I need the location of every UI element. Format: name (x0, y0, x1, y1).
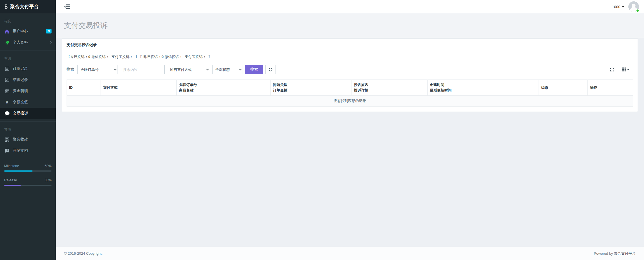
stats-segment: 【今日投诉： (67, 55, 88, 59)
sidebar-item-settlement-records[interactable]: 结算记录 (0, 74, 56, 85)
powered-by-prefix: Powered by (594, 251, 614, 256)
search-button[interactable]: 搜索 (245, 65, 263, 74)
outdent-icon (64, 4, 70, 9)
nav-section-label: 查询 (0, 51, 56, 63)
col-actions: 操作 (588, 80, 633, 96)
sidebar-item-label: 个人资料 (13, 40, 28, 45)
sidebar-item-aggregate-collection[interactable]: 聚合收款 (0, 134, 56, 145)
sidebar-item-label: 交易投诉 (13, 111, 28, 116)
col-order-no-product: 关联订单号商品名称 (177, 80, 270, 96)
progress-value: 35% (45, 178, 52, 182)
page-title: 支付交易投诉 (64, 21, 636, 30)
progress-track (4, 185, 52, 186)
search-toolbar: 搜索 关联订单号 所有支付方式 全部状态 搜索 (62, 61, 638, 78)
leaf-icon (4, 40, 10, 45)
comment-icon (4, 111, 10, 115)
stats-segment: 微信投诉： 支付宝投诉： 〗 (164, 55, 212, 59)
progress-track (4, 170, 52, 172)
col-id: ID (67, 80, 101, 96)
empty-row: 没有找到匹配的记录 (67, 96, 633, 107)
sidebar-progress-section: Milestone 60% Release 35% (0, 156, 56, 186)
columns-button[interactable] (618, 65, 633, 74)
col-complaint-reason-detail: 投诉原因投诉详情 (352, 80, 427, 96)
powered-by-text: Powered by 聚合支付平台 (594, 251, 636, 256)
chevron-right-icon (49, 41, 52, 44)
online-status-dot (636, 9, 639, 12)
nav-section-label: 其他 (0, 122, 56, 134)
col-status: 状态 (538, 80, 588, 96)
progress-value: 60% (45, 164, 52, 168)
topbar: 1000 (56, 0, 644, 13)
table-header-row: ID 支付方式 关联订单号商品名称 问题类型订单金额 投诉原因投诉详情 创建时间… (67, 80, 633, 96)
complaints-table: ID 支付方式 关联订单号商品名称 问题类型订单金额 投诉原因投诉详情 创建时间… (67, 80, 633, 107)
app-title: 聚合支付平台 (10, 4, 39, 10)
qrcode-icon (4, 138, 10, 142)
refresh-button[interactable] (265, 65, 275, 74)
caret-down-icon (627, 69, 629, 70)
sidebar-item-order-records[interactable]: 订单记录 (0, 63, 56, 74)
nav-section-label: 导航 (0, 13, 56, 26)
refresh-icon (269, 68, 273, 72)
search-input[interactable] (120, 65, 165, 74)
sidebar-item-transaction-complaints[interactable]: 交易投诉 (0, 108, 56, 119)
table-tools-group (606, 65, 633, 74)
content-area: 支付交易投诉记录 【今日投诉：0 微信投诉： 支付宝投诉： 】 〖昨日投诉：0 … (56, 38, 644, 247)
expand-icon (610, 68, 614, 72)
check-square-icon (4, 78, 10, 82)
sidebar-item-label: 订单记录 (13, 66, 28, 71)
sidebar-item-balance-recharge[interactable]: ¥ 余额充值 (0, 97, 56, 108)
bitcoin-icon (4, 4, 8, 9)
user-menu[interactable]: 1000 (612, 5, 624, 9)
stats-segment: 微信投诉： 支付宝投诉： 】 〖昨日投诉： (90, 55, 162, 59)
progress-label: Release (4, 178, 17, 182)
col-issue-type-amount: 问题类型订单金额 (270, 80, 352, 96)
col-created-updated-time: 创建时间最后更新时间 (428, 80, 538, 96)
page-heading: 支付交易投诉 (56, 13, 644, 38)
sidebar-toggle-button[interactable] (64, 4, 70, 9)
footer: © 2016-2024 Copyright. Powered by 聚合支付平台 (56, 247, 644, 260)
powered-by-link[interactable]: 聚合支付平台 (614, 251, 636, 256)
caret-down-icon (622, 6, 624, 8)
copyright-text: © 2016-2024 Copyright. (64, 251, 103, 256)
complaints-table-wrap: ID 支付方式 关联订单号商品名称 问题类型订单金额 投诉原因投诉详情 创建时间… (62, 78, 638, 112)
sidebar-item-label: 开发文档 (13, 148, 28, 153)
sidebar-item-dev-docs[interactable]: 开发文档 (0, 145, 56, 156)
avatar[interactable] (628, 1, 639, 12)
app-logo[interactable]: 聚合支付平台 (0, 0, 56, 13)
list-icon (4, 67, 10, 71)
home-icon (4, 29, 10, 33)
progress-bar (4, 185, 21, 186)
calendar-icon (4, 89, 10, 93)
status-badge: N (46, 29, 52, 34)
panel-title: 支付交易投诉记录 (62, 39, 638, 51)
status-select[interactable]: 全部状态 (212, 65, 243, 74)
sidebar-item-label: 聚合收款 (13, 137, 28, 142)
sidebar-item-label: 资金明细 (13, 88, 28, 93)
sidebar-item-user-center[interactable]: 用户中心 N (0, 26, 56, 37)
complaints-panel: 支付交易投诉记录 【今日投诉：0 微信投诉： 支付宝投诉： 】 〖昨日投诉：0 … (62, 38, 638, 112)
search-label: 搜索 (67, 67, 74, 72)
fullscreen-button[interactable] (606, 65, 618, 74)
progress-label: Milestone (4, 164, 19, 168)
yen-icon: ¥ (4, 100, 10, 105)
sidebar-item-label: 余额充值 (13, 100, 28, 105)
col-payment-method: 支付方式 (101, 80, 176, 96)
sidebar: 聚合支付平台 导航 用户中心 N 个人资料 查询 订单记录 结算记录 资金明细 (0, 0, 56, 260)
user-menu-label: 1000 (612, 5, 620, 9)
main-area: 1000 支付交易投诉 支付交易投诉记录 【今日投诉：0 微信投诉： 支付宝投诉… (56, 0, 644, 260)
sidebar-item-profile[interactable]: 个人资料 (0, 37, 56, 48)
sidebar-item-fund-details[interactable]: 资金明细 (0, 85, 56, 97)
search-field-select[interactable]: 关联订单号 (77, 65, 118, 74)
sidebar-item-label: 结算记录 (13, 77, 28, 82)
progress-milestone: Milestone 60% (4, 164, 52, 172)
empty-row-message: 没有找到匹配的记录 (67, 96, 633, 107)
book-icon (4, 149, 10, 153)
stats-line: 【今日投诉：0 微信投诉： 支付宝投诉： 】 〖昨日投诉：0 微信投诉： 支付宝… (62, 51, 638, 61)
payment-method-select[interactable]: 所有支付方式 (167, 65, 210, 74)
grid-icon (622, 68, 626, 71)
sidebar-item-label: 用户中心 (13, 29, 28, 34)
progress-release: Release 35% (4, 178, 52, 186)
progress-bar (4, 170, 33, 172)
